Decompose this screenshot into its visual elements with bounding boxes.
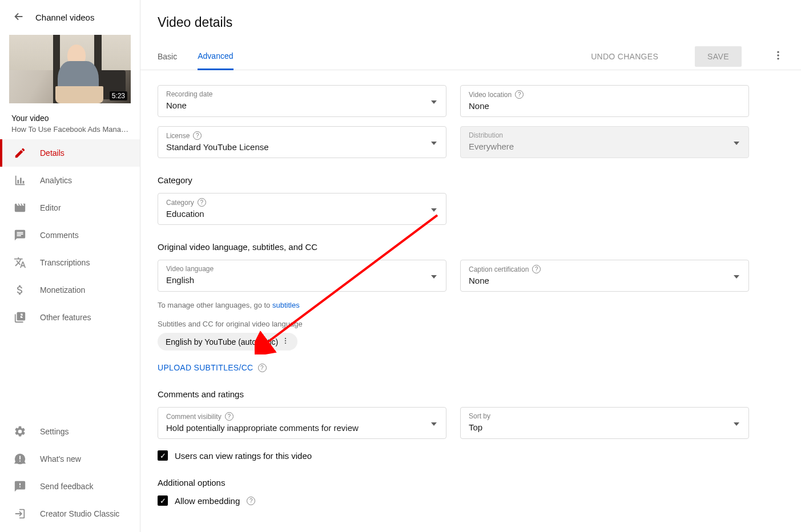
chevron-down-icon (431, 96, 437, 106)
section-additional-title: Additional options (158, 478, 784, 487)
field-label: Caption certification (469, 265, 529, 273)
subtitles-link[interactable]: subtitles (272, 301, 300, 309)
sidebar-item-other-features[interactable]: Other features (0, 304, 140, 331)
help-icon[interactable]: ? (247, 497, 255, 505)
sidebar-item-settings[interactable]: Settings (0, 418, 140, 445)
chevron-down-icon (431, 204, 437, 213)
chip-label: English by YouTube (automatic) (166, 337, 278, 346)
chevron-down-icon (431, 138, 437, 147)
sidebar-item-label: Editor (40, 203, 61, 212)
help-icon[interactable]: ? (532, 265, 541, 273)
sidebar-item-creator-studio-classic[interactable]: Creator Studio Classic (0, 500, 140, 527)
back-arrow-icon[interactable] (13, 10, 25, 25)
sidebar-item-monetization[interactable]: Monetization (0, 276, 140, 304)
svg-point-6 (777, 51, 779, 53)
subtitles-cc-label: Subtitles and CC for original video lang… (158, 320, 784, 328)
section-comments-title: Comments and ratings (158, 389, 784, 399)
chevron-down-icon (734, 271, 739, 280)
svg-rect-0 (17, 180, 19, 183)
field-label: Sort by (469, 412, 740, 420)
field-label: Video language (166, 265, 438, 273)
help-icon[interactable]: ? (198, 198, 206, 207)
sidebar-item-label: Settings (40, 427, 69, 436)
chevron-down-icon (734, 138, 739, 147)
field-value: English (166, 275, 438, 285)
sidebar-item-label: Monetization (40, 285, 85, 295)
chevron-down-icon (734, 418, 739, 428)
svg-point-11 (285, 340, 286, 341)
sidebar-item-send-feedback[interactable]: Send feedback (0, 473, 140, 500)
chip-more-icon[interactable] (281, 337, 289, 346)
section-category-title: Category (158, 175, 784, 185)
field-label: Video location (469, 91, 512, 99)
svg-rect-5 (19, 461, 21, 462)
chevron-down-icon (431, 418, 437, 428)
ratings-checkbox[interactable]: ✓ (158, 450, 168, 461)
tab-basic[interactable]: Basic (158, 43, 177, 70)
video-duration-badge: 5:23 (110, 91, 127, 100)
embed-checkbox[interactable]: ✓ (158, 495, 168, 506)
section-language-title: Original video language, subtitles, and … (158, 242, 784, 252)
recording-date-field[interactable]: Recording date None (158, 85, 446, 117)
sidebar-item-label: Details (40, 148, 65, 158)
distribution-field: Distribution Everywhere (460, 126, 749, 158)
sidebar-item-transcriptions[interactable]: Transcriptions (0, 249, 140, 276)
page-title: Video details (140, 0, 801, 43)
channel-videos-link[interactable]: Channel videos (35, 13, 94, 22)
field-label: License (166, 132, 190, 140)
video-language-field[interactable]: Video language English (158, 260, 446, 292)
video-thumbnail[interactable]: 5:23 (9, 35, 131, 103)
sidebar-item-details[interactable]: Details (0, 139, 140, 167)
comment-visibility-field[interactable]: Comment visibility ? Hold potentially in… (158, 407, 446, 439)
sidebar-item-label: Transcriptions (40, 258, 90, 267)
help-icon[interactable]: ? (193, 131, 202, 140)
undo-changes-button[interactable]: UNDO CHANGES (591, 52, 658, 61)
svg-rect-1 (20, 178, 22, 183)
field-label: Category (166, 199, 194, 207)
field-label: Distribution (469, 131, 740, 139)
tab-advanced[interactable]: Advanced (198, 43, 233, 70)
ratings-checkbox-label: Users can view ratings for this video (175, 451, 312, 461)
svg-point-10 (285, 338, 286, 339)
manage-languages-helper: To manage other languages, go to subtitl… (158, 301, 784, 309)
upload-subtitles-button[interactable]: UPLOAD SUBTITLES/CC ? (158, 363, 267, 372)
sidebar-item-label: Creator Studio Classic (40, 509, 119, 518)
video-location-field[interactable]: Video location ? None (460, 85, 749, 117)
embed-checkbox-label: Allow embedding (175, 496, 240, 506)
sidebar-item-editor[interactable]: Editor (0, 194, 140, 221)
caption-certification-field[interactable]: Caption certification ? None (460, 260, 749, 292)
field-value: Top (469, 422, 740, 432)
field-value: Everywhere (469, 142, 740, 151)
save-button[interactable]: SAVE (695, 46, 742, 67)
svg-point-7 (777, 54, 779, 56)
sidebar-item-whats-new[interactable]: What's new (0, 445, 140, 473)
sidebar-item-comments[interactable]: Comments (0, 221, 140, 249)
sidebar-item-label: What's new (40, 454, 81, 464)
svg-point-8 (777, 58, 779, 59)
field-value: None (166, 100, 438, 110)
field-label: Recording date (166, 90, 438, 98)
field-value: None (469, 276, 740, 285)
sidebar-item-analytics[interactable]: Analytics (0, 167, 140, 194)
help-icon[interactable]: ? (515, 90, 524, 99)
help-icon[interactable]: ? (258, 364, 267, 372)
field-value: None (469, 101, 740, 111)
subtitle-chip[interactable]: English by YouTube (automatic) (158, 333, 297, 350)
sidebar-item-label: Send feedback (40, 482, 93, 491)
license-field[interactable]: License ? Standard YouTube License (158, 126, 446, 158)
field-value: Education (166, 209, 438, 219)
field-label: Comment visibility (166, 413, 222, 421)
sidebar-item-label: Other features (40, 313, 91, 322)
your-video-title: How To Use Facebook Ads Manager… (11, 125, 128, 134)
more-options-icon[interactable] (772, 50, 784, 63)
svg-point-12 (285, 342, 286, 344)
svg-rect-2 (23, 181, 25, 184)
help-icon[interactable]: ? (225, 412, 234, 421)
sidebar-item-label: Analytics (40, 176, 72, 185)
field-value: Hold potentially inappropriate comments … (166, 423, 438, 433)
svg-rect-4 (19, 456, 21, 460)
category-field[interactable]: Category ? Education (158, 193, 446, 225)
sort-by-field[interactable]: Sort by Top (460, 407, 749, 439)
field-value: Standard YouTube License (166, 142, 438, 152)
chevron-down-icon (431, 271, 437, 280)
